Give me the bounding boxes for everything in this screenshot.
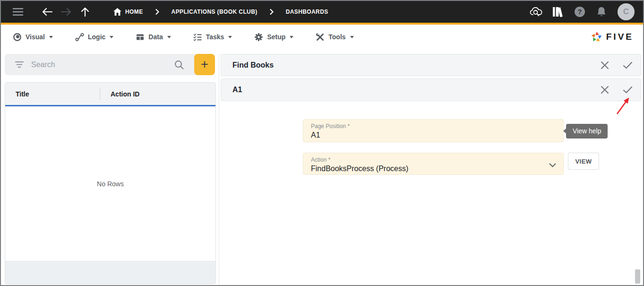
filter-icon [15,61,24,68]
caret-down-icon [110,36,113,38]
view-help-tooltip: View help [566,124,608,139]
action-label: Action * [311,156,556,163]
vertical-scrollbar-thumb[interactable] [635,269,640,284]
svg-text:?: ? [578,8,582,16]
panel-divider [219,54,219,285]
form-title: Find Books [232,61,274,69]
empty-state-message: No Rows [97,180,124,188]
menu-tasks-label: Tasks [206,33,224,41]
data-table-icon [136,33,145,42]
visual-eye-icon [13,33,22,42]
cloud-search-icon [530,7,543,17]
chevron-right-icon [270,9,274,15]
detail-panel: Find Books A1 [221,54,641,285]
menu-setup-label: Setup [267,33,285,41]
arrow-up-icon [81,7,89,17]
menu-items: Visual Logic Data [13,33,354,42]
column-header-action-id[interactable]: Action ID [100,90,139,98]
page-position-label: Page Position * [311,123,556,130]
close-icon [601,86,609,94]
search-icon[interactable] [174,60,184,69]
five-pinwheel-icon [590,31,603,43]
save-button[interactable] [622,60,633,71]
caret-down-icon [290,36,293,38]
check-icon [623,86,633,94]
caret-down-icon [350,36,354,38]
column-header-title[interactable]: Title [5,90,100,98]
navbar-actions: ? C [527,2,635,21]
caret-down-icon [228,36,232,38]
record-title: A1 [232,86,242,94]
up-level-button[interactable] [76,2,94,21]
tasks-checklist-icon [193,33,202,42]
breadcrumb-item-home: HOME [125,9,143,15]
hamburger-menu-button[interactable] [9,2,27,21]
deploy-button[interactable] [527,2,546,21]
avatar-initial: C [623,7,629,17]
page-position-value: A1 [311,131,556,139]
setup-gear-icon [254,33,263,42]
search-input[interactable] [31,61,174,69]
menu-visual[interactable]: Visual [13,33,53,42]
app-window: { "colors": { "navbar-bg": "#212121", "a… [0,0,644,286]
help-button[interactable]: ? [570,2,589,21]
documentation-button[interactable] [549,2,567,21]
cancel-button[interactable] [599,60,610,71]
library-books-icon [552,6,564,17]
form-header-actions [599,60,633,71]
view-button[interactable]: VIEW [568,153,599,170]
menu-tools[interactable]: Tools [316,33,353,42]
breadcrumb-item-applications[interactable]: APPLICATIONS (BOOK CLUB) [172,9,258,15]
five-logo: FIVE [590,31,634,43]
bell-icon [596,6,607,17]
help-icon: ? [574,6,586,18]
forward-button[interactable] [57,2,76,21]
top-navbar: HOME APPLICATIONS (BOOK CLUB) DASHBOARDS [1,1,643,25]
logic-flow-icon [75,33,84,42]
page-position-field[interactable]: Page Position * A1 [303,119,564,142]
notifications-button[interactable] [592,2,611,21]
caret-down-icon [167,36,171,38]
record-header-a1: A1 [221,78,641,101]
record-header-actions [599,84,633,95]
form-header-find-books: Find Books [221,54,641,76]
menu-logic[interactable]: Logic [75,33,113,42]
search-bar: + [5,54,215,75]
table-body: No Rows [5,106,215,261]
action-select-field[interactable]: Action * FindBooksProcess (Process) [303,153,564,175]
menu-data-label: Data [148,33,163,41]
record-save-button[interactable] [622,84,633,95]
chevron-down-icon[interactable] [549,161,556,169]
breadcrumb-home[interactable]: HOME [113,8,143,16]
table-footer [5,261,215,284]
hamburger-icon [13,8,23,16]
menu-tasks[interactable]: Tasks [193,33,232,42]
menu-data[interactable]: Data [136,33,171,42]
table-header-row: Title Action ID [5,83,215,106]
check-icon [623,61,633,69]
records-table: Title Action ID No Rows [5,82,216,284]
form-row-page-position: Page Position * A1 View help [303,119,564,142]
five-logo-text: FIVE [606,32,634,42]
menu-setup[interactable]: Setup [254,33,293,42]
form-row-action: Action * FindBooksProcess (Process) VIEW [303,153,564,175]
menu-visual-label: Visual [26,33,45,41]
add-record-button[interactable]: + [194,54,215,75]
menu-bar: Visual Logic Data [1,26,643,47]
chevron-right-icon [155,9,159,15]
action-value: FindBooksProcess (Process) [311,165,556,173]
menu-tools-label: Tools [328,33,345,41]
arrow-left-icon [42,8,52,16]
user-avatar[interactable]: C [618,3,635,20]
breadcrumb-item-dashboards[interactable]: DASHBOARDS [286,9,328,15]
caret-down-icon [49,36,53,38]
plus-icon: + [201,58,208,71]
breadcrumb: HOME APPLICATIONS (BOOK CLUB) DASHBOARDS [113,8,328,16]
record-cancel-button[interactable] [599,84,610,95]
tools-wrench-icon [316,33,325,42]
back-button[interactable] [38,2,57,21]
content-area: + Title Action ID No Rows Find Books [1,47,643,285]
arrow-right-icon [61,8,71,16]
close-icon [601,61,609,69]
menu-logic-label: Logic [88,33,105,41]
